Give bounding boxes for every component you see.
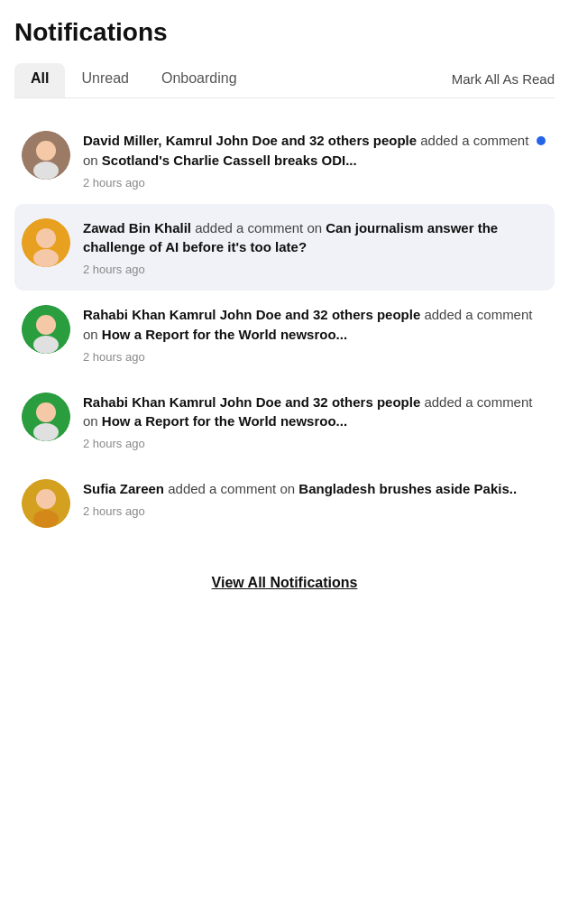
notification-article: Scotland's Charlie Cassell breaks ODI... xyxy=(102,152,357,168)
mark-all-read-button[interactable]: Mark All As Read xyxy=(452,64,555,97)
notification-author: Rahabi Khan Kamrul John Doe and 32 other… xyxy=(83,394,420,410)
notification-time: 2 hours ago xyxy=(83,504,547,518)
tab-unread[interactable]: Unread xyxy=(65,63,144,97)
notification-article: How a Report for the World newsroo... xyxy=(102,413,347,429)
unread-dot xyxy=(537,136,546,145)
notification-text: Zawad Bin Khalil added a comment on Can … xyxy=(83,218,547,258)
svg-point-4 xyxy=(36,228,56,248)
notification-content: David Miller, Kamrul John Doe and 32 oth… xyxy=(83,131,547,189)
tab-all[interactable]: All xyxy=(14,63,65,97)
notifications-page: Notifications All Unread Onboarding Mark… xyxy=(0,0,569,629)
notification-time: 2 hours ago xyxy=(83,350,547,364)
avatar-placeholder xyxy=(22,218,70,267)
svg-point-14 xyxy=(33,510,59,528)
notification-text: Rahabi Khan Kamrul John Doe and 32 other… xyxy=(83,393,547,432)
tab-onboarding[interactable]: Onboarding xyxy=(145,63,253,97)
notification-item-3[interactable]: Rahabi Khan Kamrul John Doe and 32 other… xyxy=(14,291,555,378)
svg-point-7 xyxy=(36,315,56,335)
notification-author: Zawad Bin Khalil xyxy=(83,220,191,236)
notification-item-5[interactable]: Sufia Zareen added a comment on Banglade… xyxy=(14,465,555,542)
notification-article: How a Report for the World newsroo... xyxy=(102,327,347,342)
avatar xyxy=(22,479,70,528)
svg-point-5 xyxy=(33,249,59,267)
notification-item-4[interactable]: Rahabi Khan Kamrul John Doe and 32 other… xyxy=(14,378,555,466)
notification-content: Zawad Bin Khalil added a comment on Can … xyxy=(83,218,547,277)
notification-author: Sufia Zareen xyxy=(83,481,164,496)
notification-content: Rahabi Khan Kamrul John Doe and 32 other… xyxy=(83,393,547,451)
svg-point-2 xyxy=(33,162,59,180)
notifications-list: David Miller, Kamrul John Doe and 32 oth… xyxy=(14,116,555,542)
view-all-section: View All Notifications xyxy=(14,564,555,602)
notification-time: 2 hours ago xyxy=(83,263,547,276)
notification-item-2[interactable]: Zawad Bin Khalil added a comment on Can … xyxy=(14,204,555,291)
view-all-notifications-link[interactable]: View All Notifications xyxy=(212,575,358,591)
notification-time: 2 hours ago xyxy=(83,176,547,189)
avatar-placeholder xyxy=(22,131,70,180)
avatar-placeholder xyxy=(22,393,70,441)
svg-point-10 xyxy=(36,402,56,422)
notification-content: Sufia Zareen added a comment on Banglade… xyxy=(83,479,547,518)
tabs-bar: All Unread Onboarding Mark All As Read xyxy=(14,63,555,98)
notification-article: Bangladesh brushes aside Pakis.. xyxy=(298,481,517,496)
avatar-placeholder xyxy=(22,305,70,354)
avatar xyxy=(22,393,70,441)
svg-point-11 xyxy=(33,423,59,441)
notification-action: added a comment on xyxy=(191,220,326,236)
notification-text: Rahabi Khan Kamrul John Doe and 32 other… xyxy=(83,305,547,345)
notification-author: David Miller, Kamrul John Doe and 32 oth… xyxy=(83,133,417,148)
notification-text: David Miller, Kamrul John Doe and 32 oth… xyxy=(83,131,547,171)
svg-point-13 xyxy=(36,489,56,509)
avatar-placeholder xyxy=(22,479,70,528)
notification-time: 2 hours ago xyxy=(83,437,547,450)
notification-action: added a comment on xyxy=(164,481,298,496)
notification-author: Rahabi Khan Kamrul John Doe and 32 other… xyxy=(83,307,420,322)
svg-point-8 xyxy=(33,336,59,354)
notification-content: Rahabi Khan Kamrul John Doe and 32 other… xyxy=(83,305,547,364)
avatar xyxy=(22,218,70,267)
svg-point-1 xyxy=(36,141,56,161)
avatar xyxy=(22,131,70,180)
page-title: Notifications xyxy=(14,18,555,47)
notification-text: Sufia Zareen added a comment on Banglade… xyxy=(83,479,547,499)
notification-item-1[interactable]: David Miller, Kamrul John Doe and 32 oth… xyxy=(14,116,555,204)
avatar xyxy=(22,305,70,354)
